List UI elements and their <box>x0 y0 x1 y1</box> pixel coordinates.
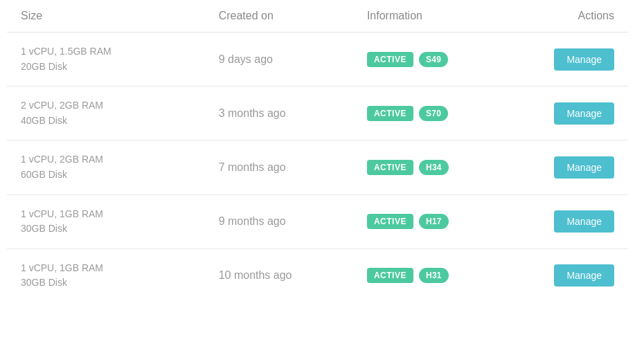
info-cell-0: ACTIVE S49 <box>367 52 515 67</box>
info-cell-2: ACTIVE H34 <box>367 160 515 175</box>
info-cell-3: ACTIVE H17 <box>367 214 515 229</box>
size-line2-4: 30GB Disk <box>21 276 219 290</box>
size-line1-0: 1 vCPU, 1.5GB RAM <box>21 45 219 59</box>
size-line1-2: 1 vCPU, 2GB RAM <box>21 153 219 167</box>
manage-button-4[interactable]: Manage <box>554 264 614 286</box>
created-cell-1: 3 months ago <box>219 107 367 120</box>
size-line1-4: 1 vCPU, 1GB RAM <box>21 262 219 275</box>
server-table: Size Created on Information Actions 1 vC… <box>0 0 635 302</box>
col-created-header: Created on <box>219 10 367 22</box>
table-header: Size Created on Information Actions <box>7 0 628 33</box>
manage-button-2[interactable]: Manage <box>554 156 614 179</box>
actions-cell-2: Manage <box>515 156 614 179</box>
id-badge-1: S70 <box>419 106 448 121</box>
size-line2-3: 30GB Disk <box>21 222 219 236</box>
info-cell-4: ACTIVE H31 <box>367 268 515 283</box>
active-badge-1: ACTIVE <box>367 106 413 121</box>
active-badge-0: ACTIVE <box>367 52 413 67</box>
size-line2-0: 20GB Disk <box>21 60 219 74</box>
size-line2-1: 40GB Disk <box>21 114 219 128</box>
size-cell-3: 1 vCPU, 1GB RAM 30GB Disk <box>21 208 219 236</box>
table-row: 1 vCPU, 1GB RAM 30GB Disk 10 months ago … <box>7 249 628 302</box>
id-badge-4: H31 <box>419 268 449 283</box>
id-badge-2: H34 <box>419 160 449 175</box>
actions-cell-4: Manage <box>515 264 614 286</box>
active-badge-4: ACTIVE <box>367 268 413 283</box>
active-badge-3: ACTIVE <box>367 214 413 229</box>
manage-button-1[interactable]: Manage <box>554 102 614 125</box>
table-row: 1 vCPU, 1.5GB RAM 20GB Disk 9 days ago A… <box>7 33 628 87</box>
actions-cell-1: Manage <box>515 102 614 125</box>
created-cell-4: 10 months ago <box>219 269 367 282</box>
table-row: 2 vCPU, 2GB RAM 40GB Disk 3 months ago A… <box>7 87 628 140</box>
col-actions-header: Actions <box>515 10 614 22</box>
size-cell-1: 2 vCPU, 2GB RAM 40GB Disk <box>21 99 219 127</box>
id-badge-0: S49 <box>419 52 448 67</box>
size-line1-1: 2 vCPU, 2GB RAM <box>21 99 219 113</box>
actions-cell-0: Manage <box>515 48 614 71</box>
col-info-header: Information <box>367 10 515 22</box>
col-size-header: Size <box>21 10 219 22</box>
created-cell-0: 9 days ago <box>219 53 367 66</box>
manage-button-0[interactable]: Manage <box>554 48 614 71</box>
table-body: 1 vCPU, 1.5GB RAM 20GB Disk 9 days ago A… <box>7 33 628 302</box>
table-row: 1 vCPU, 1GB RAM 30GB Disk 9 months ago A… <box>7 195 628 249</box>
manage-button-3[interactable]: Manage <box>554 210 614 233</box>
active-badge-2: ACTIVE <box>367 160 413 175</box>
size-cell-2: 1 vCPU, 2GB RAM 60GB Disk <box>21 153 219 181</box>
size-line1-3: 1 vCPU, 1GB RAM <box>21 208 219 221</box>
id-badge-3: H17 <box>419 214 449 229</box>
size-line2-2: 60GB Disk <box>21 168 219 182</box>
created-cell-3: 9 months ago <box>219 215 367 228</box>
size-cell-4: 1 vCPU, 1GB RAM 30GB Disk <box>21 262 219 290</box>
table-row: 1 vCPU, 2GB RAM 60GB Disk 7 months ago A… <box>7 140 628 194</box>
size-cell-0: 1 vCPU, 1.5GB RAM 20GB Disk <box>21 45 219 73</box>
actions-cell-3: Manage <box>515 210 614 233</box>
created-cell-2: 7 months ago <box>219 161 367 174</box>
info-cell-1: ACTIVE S70 <box>367 106 515 121</box>
